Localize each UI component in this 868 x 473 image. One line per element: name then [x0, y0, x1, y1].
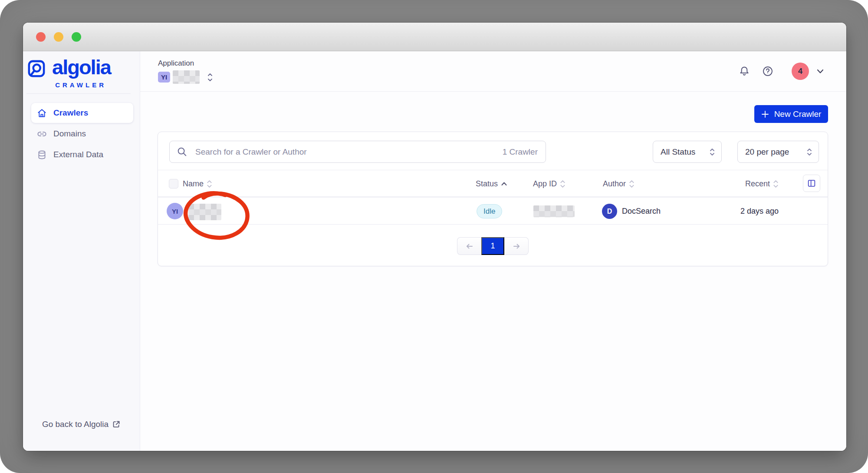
zoom-window-button[interactable] [72, 32, 81, 42]
new-crawler-button[interactable]: New Crawler [754, 105, 828, 123]
window-body: algolia CRAWLER Crawlers [23, 51, 846, 451]
sidebar-item-label: Domains [53, 129, 86, 139]
brand-block: algolia CRAWLER [23, 51, 140, 89]
main-area: Application YI [140, 51, 846, 451]
search-icon [177, 146, 187, 157]
crawler-avatar-initials: YI [172, 208, 178, 215]
pagination: 1 [457, 237, 529, 255]
select-updown-icon [709, 147, 715, 157]
app-header: Application YI [140, 51, 846, 92]
sort-ascending-icon [501, 182, 507, 186]
redacted-application-name [173, 70, 200, 84]
recent-value: 2 days ago [740, 197, 779, 225]
current-page-label: 1 [490, 241, 495, 251]
header-actions: 4 [739, 51, 825, 91]
panel-toolbar: 1 Crawler All Status 20 per page [158, 132, 828, 170]
notifications-button[interactable] [739, 66, 750, 77]
sidebar-item-label: External Data [53, 150, 103, 159]
algolia-logo-icon [27, 59, 46, 78]
page-size-value: 20 per page [745, 147, 789, 157]
select-updown-icon [806, 147, 812, 157]
go-back-to-algolia-link[interactable]: Go back to Algolia [42, 420, 121, 429]
home-icon [37, 108, 47, 118]
column-label: Name [183, 179, 204, 189]
sidebar-footer: Go back to Algolia [23, 420, 140, 429]
close-window-button[interactable] [36, 32, 46, 42]
database-icon [37, 150, 47, 160]
next-page-button[interactable] [504, 237, 529, 255]
help-button[interactable] [762, 66, 773, 77]
plus-icon [761, 110, 769, 118]
application-badge: YI [158, 72, 170, 83]
minimize-window-button[interactable] [54, 32, 63, 42]
toolbar-row: New Crawler [158, 105, 828, 123]
browser-window: algolia CRAWLER Crawlers [23, 23, 846, 451]
author-avatar: D [602, 204, 617, 219]
status-filter-select[interactable]: All Status [653, 141, 722, 163]
sidebar: algolia CRAWLER Crawlers [23, 51, 140, 451]
sort-updown-icon [560, 180, 566, 188]
crawlers-panel: 1 Crawler All Status 20 per page [158, 132, 828, 266]
link-icon [37, 129, 47, 139]
bell-icon [739, 66, 750, 77]
select-all-checkbox[interactable] [169, 179, 178, 189]
column-settings-button[interactable] [803, 175, 820, 192]
content-area: New Crawler 1 Crawler [140, 92, 846, 451]
column-header-recent[interactable]: Recent [745, 170, 779, 197]
application-updown-icon [207, 73, 213, 82]
status-badge: Idle [477, 204, 502, 218]
chevron-down-icon[interactable] [816, 67, 825, 76]
sidebar-item-domains[interactable]: Domains [31, 124, 133, 144]
sidebar-nav: Crawlers Domains [31, 103, 133, 165]
redacted-crawler-name [188, 204, 221, 220]
user-avatar[interactable]: 4 [792, 63, 809, 80]
arrow-right-icon [512, 242, 521, 251]
column-header-app-id[interactable]: App ID [533, 170, 566, 197]
help-icon [762, 66, 773, 77]
application-select[interactable]: YI [158, 70, 213, 84]
search-box: 1 Crawler [169, 141, 546, 163]
crawler-avatar: YI [167, 203, 183, 219]
application-label: Application [158, 59, 213, 68]
column-label: Recent [745, 179, 770, 189]
crawler-count-label: 1 Crawler [503, 147, 538, 157]
table-header: Name Status [158, 170, 828, 197]
columns-icon [807, 179, 816, 188]
sidebar-item-label: Crawlers [53, 108, 88, 118]
application-switcher: Application YI [158, 51, 213, 91]
previous-page-button[interactable] [457, 237, 481, 255]
column-label: App ID [533, 179, 557, 189]
sidebar-divider [26, 93, 131, 94]
column-header-name[interactable]: Name [183, 170, 212, 197]
search-input[interactable] [195, 147, 503, 157]
algolia-wordmark: algolia [52, 57, 111, 80]
crawler-row[interactable]: YI Idle D DocSearch 2 days ago [158, 197, 828, 225]
new-crawler-label: New Crawler [774, 109, 822, 119]
column-label: Author [603, 179, 626, 189]
sidebar-item-external-data[interactable]: External Data [31, 145, 133, 165]
status-filter-value: All Status [661, 147, 695, 157]
sort-updown-icon [773, 180, 779, 188]
avatar-badge-text: 4 [798, 67, 802, 76]
column-header-status[interactable]: Status [476, 170, 507, 197]
author-name: DocSearch [622, 197, 661, 225]
sidebar-item-crawlers[interactable]: Crawlers [31, 103, 133, 123]
footer-link-label: Go back to Algolia [42, 420, 108, 429]
window-titlebar [23, 23, 846, 51]
redacted-app-id [533, 205, 575, 217]
column-label: Status [476, 179, 498, 189]
page-size-select[interactable]: 20 per page [737, 141, 819, 163]
sort-updown-icon [629, 180, 635, 188]
sort-updown-icon [207, 180, 212, 188]
arrow-left-icon [465, 242, 474, 251]
page-1-button[interactable]: 1 [481, 237, 504, 255]
external-link-icon [112, 420, 121, 429]
screenshot-stage: algolia CRAWLER Crawlers [0, 0, 868, 473]
author-avatar-initial: D [607, 208, 612, 215]
status-badge-label: Idle [483, 207, 495, 216]
product-label: CRAWLER [27, 81, 106, 89]
column-header-author[interactable]: Author [603, 170, 635, 197]
